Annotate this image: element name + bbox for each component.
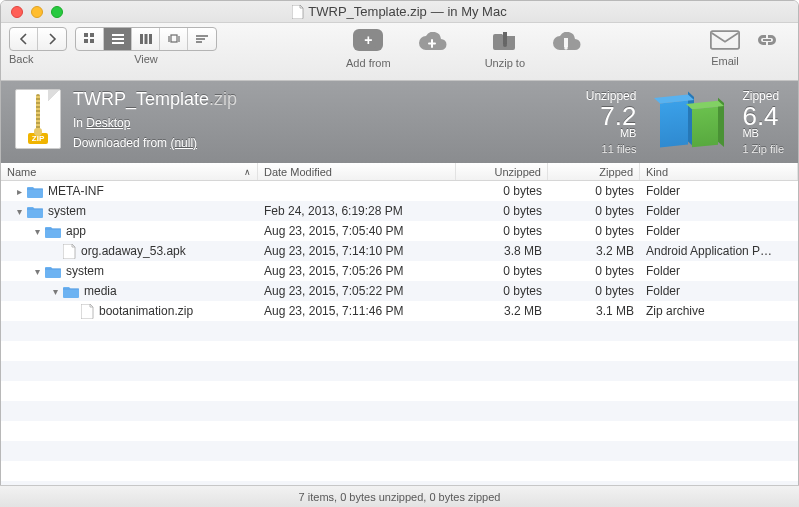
row-unzipped-size: 0 bytes bbox=[456, 264, 548, 278]
archive-file-name: TWRP_Template.zip bbox=[73, 89, 237, 110]
row-filename: system bbox=[48, 204, 86, 218]
disclosure-triangle[interactable]: ▾ bbox=[32, 226, 42, 237]
row-unzipped-size: 0 bytes bbox=[456, 184, 548, 198]
row-date-modified: Aug 23, 2015, 7:05:40 PM bbox=[258, 224, 456, 238]
archive-location-line: In Desktop bbox=[73, 116, 237, 130]
table-row-empty bbox=[1, 441, 798, 461]
table-row[interactable]: ▾systemFeb 24, 2013, 6:19:28 PM0 bytes0 … bbox=[1, 201, 798, 221]
row-date-modified: Feb 24, 2013, 6:19:28 PM bbox=[258, 204, 456, 218]
close-window-button[interactable] bbox=[11, 6, 23, 18]
disclosure-triangle[interactable]: ▾ bbox=[32, 266, 42, 277]
disclosure-triangle[interactable]: ▾ bbox=[50, 286, 60, 297]
row-unzipped-size: 0 bytes bbox=[456, 284, 548, 298]
svg-rect-9 bbox=[149, 34, 152, 44]
downloaded-source-link[interactable]: (null) bbox=[170, 136, 197, 150]
disclosure-triangle[interactable]: ▸ bbox=[14, 186, 24, 197]
row-kind: Folder bbox=[640, 184, 798, 198]
column-header-name[interactable]: Name ∧ bbox=[1, 163, 258, 180]
folder-icon bbox=[45, 225, 61, 238]
add-from-button[interactable]: + bbox=[353, 27, 383, 53]
column-header-name-label: Name bbox=[7, 166, 36, 178]
zipped-stat-value: 6.4 bbox=[742, 103, 784, 129]
row-filename: org.adaway_53.apk bbox=[81, 244, 186, 258]
add-from-label: Add from bbox=[346, 57, 391, 69]
window-title-filename: TWRP_Template.zip bbox=[308, 4, 426, 19]
view-icon-mode[interactable] bbox=[76, 28, 104, 50]
email-button[interactable] bbox=[710, 27, 740, 53]
view-mode-segment bbox=[75, 27, 217, 51]
back-button[interactable] bbox=[10, 28, 38, 50]
row-unzipped-size: 0 bytes bbox=[456, 224, 548, 238]
nav-back-forward bbox=[9, 27, 67, 51]
view-column-mode[interactable] bbox=[132, 28, 160, 50]
svg-rect-15 bbox=[711, 31, 739, 49]
zipped-stat: Zipped 6.4 MB 1 Zip file bbox=[742, 89, 784, 155]
row-date-modified: Aug 23, 2015, 7:05:26 PM bbox=[258, 264, 456, 278]
window-title: TWRP_Template.zip — in My Mac bbox=[1, 4, 798, 19]
share-link-button[interactable] bbox=[752, 27, 782, 53]
link-icon bbox=[753, 29, 781, 51]
row-filename: META-INF bbox=[48, 184, 104, 198]
maximize-window-button[interactable] bbox=[51, 6, 63, 18]
view-coverflow-mode[interactable] bbox=[160, 28, 188, 50]
svg-rect-1 bbox=[90, 33, 94, 37]
column-header-date-label: Date Modified bbox=[264, 166, 332, 178]
unzip-to-cloud-button[interactable] bbox=[551, 29, 581, 55]
document-icon bbox=[292, 5, 304, 19]
view-options-button[interactable] bbox=[188, 28, 216, 50]
row-unzipped-size: 3.8 MB bbox=[456, 244, 548, 258]
view-list-mode[interactable] bbox=[104, 28, 132, 50]
svg-rect-16 bbox=[763, 39, 771, 41]
file-icon bbox=[81, 304, 94, 319]
row-zipped-size: 3.1 MB bbox=[548, 304, 640, 318]
unzip-to-button[interactable] bbox=[490, 27, 520, 53]
row-kind: Folder bbox=[640, 224, 798, 238]
table-row[interactable]: bootanimation.zipAug 23, 2015, 7:11:46 P… bbox=[1, 301, 798, 321]
size-bar-chart bbox=[654, 94, 724, 150]
table-row[interactable]: ▸META-INF0 bytes0 bytesFolder bbox=[1, 181, 798, 201]
disclosure-triangle bbox=[68, 306, 78, 317]
svg-rect-10 bbox=[171, 35, 177, 42]
row-zipped-size: 0 bytes bbox=[548, 264, 640, 278]
add-from-icon: + bbox=[353, 29, 383, 51]
disclosure-triangle[interactable]: ▾ bbox=[14, 206, 24, 217]
forward-button[interactable] bbox=[38, 28, 66, 50]
row-filename: system bbox=[66, 264, 104, 278]
archive-file-icon: ZIP bbox=[15, 89, 61, 149]
row-zipped-size: 0 bytes bbox=[548, 284, 640, 298]
status-text: 7 items, 0 bytes unzipped, 0 bytes zippe… bbox=[299, 491, 501, 503]
column-header-unzipped-label: Unzipped bbox=[495, 166, 541, 178]
column-header-kind[interactable]: Kind bbox=[640, 163, 798, 180]
toolbar: Back View + Add from bbox=[1, 23, 798, 81]
svg-rect-11 bbox=[503, 32, 507, 44]
table-row[interactable]: ▾mediaAug 23, 2015, 7:05:22 PM0 bytes0 b… bbox=[1, 281, 798, 301]
row-filename: app bbox=[66, 224, 86, 238]
row-unzipped-size: 3.2 MB bbox=[456, 304, 548, 318]
svg-rect-5 bbox=[112, 38, 124, 40]
row-date-modified: Aug 23, 2015, 7:11:46 PM bbox=[258, 304, 456, 318]
folder-icon bbox=[27, 205, 43, 218]
in-location-link[interactable]: Desktop bbox=[86, 116, 130, 130]
minimize-window-button[interactable] bbox=[31, 6, 43, 18]
table-header: Name ∧ Date Modified Unzipped Zipped Kin… bbox=[1, 163, 798, 181]
table-row[interactable]: ▾systemAug 23, 2015, 7:05:26 PM0 bytes0 … bbox=[1, 261, 798, 281]
back-label: Back bbox=[9, 53, 33, 65]
svg-rect-2 bbox=[84, 39, 88, 43]
status-bar: 7 items, 0 bytes unzipped, 0 bytes zippe… bbox=[0, 485, 799, 507]
table-row[interactable]: ▾appAug 23, 2015, 7:05:40 PM0 bytes0 byt… bbox=[1, 221, 798, 241]
chart-bar-unzipped bbox=[660, 101, 688, 148]
add-from-cloud-button[interactable] bbox=[417, 29, 447, 55]
cloud-plus-icon bbox=[417, 32, 447, 52]
table-row-empty bbox=[1, 361, 798, 381]
folder-icon bbox=[45, 265, 61, 278]
unzipped-stat-value: 7.2 bbox=[586, 103, 637, 129]
traffic-lights bbox=[1, 6, 63, 18]
column-header-unzipped[interactable]: Unzipped bbox=[456, 163, 548, 180]
column-header-zipped[interactable]: Zipped bbox=[548, 163, 640, 180]
column-header-date-modified[interactable]: Date Modified bbox=[258, 163, 456, 180]
chart-bar-zipped bbox=[692, 107, 718, 148]
unzip-folder-icon bbox=[493, 29, 517, 51]
table-row[interactable]: org.adaway_53.apkAug 23, 2015, 7:14:10 P… bbox=[1, 241, 798, 261]
archive-download-line: Downloaded from (null) bbox=[73, 136, 237, 150]
column-header-kind-label: Kind bbox=[646, 166, 668, 178]
